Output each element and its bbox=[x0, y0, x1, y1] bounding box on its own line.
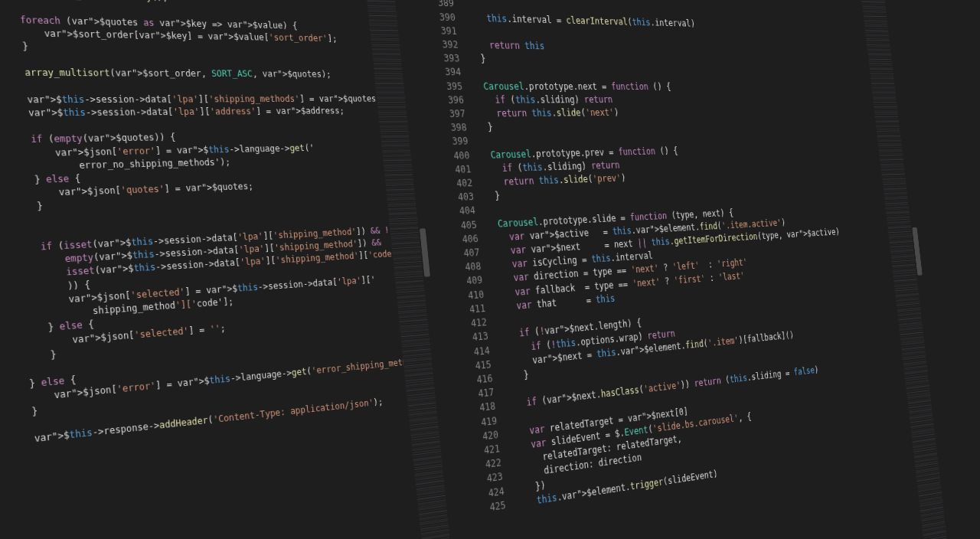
editor-stage: 744 745 746 747 748 749 750 751 752 753 … bbox=[0, 0, 980, 539]
editor-pane-right: 382 383 384 385 386 387 388 389 390 391 … bbox=[414, 0, 967, 539]
code-area-left[interactable]: 'error' => var">$quote['sort_order'], );… bbox=[0, 0, 434, 539]
code-area-right[interactable]: Carousel.prototype.pause = function (e) … bbox=[449, 0, 937, 539]
editor-pane-left: 744 745 746 747 748 749 750 751 752 753 … bbox=[0, 0, 470, 539]
minimap-right[interactable] bbox=[853, 0, 960, 539]
